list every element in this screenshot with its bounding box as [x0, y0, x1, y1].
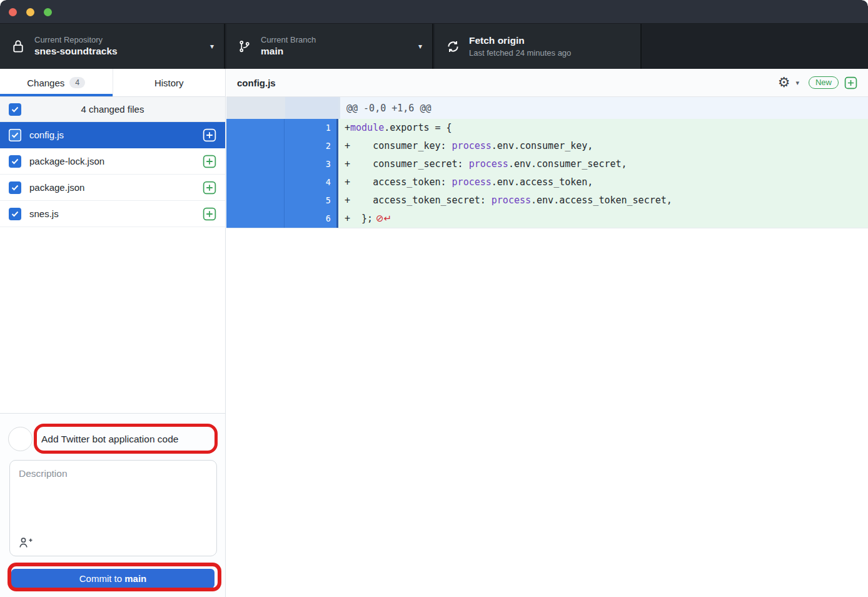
diff-line-1[interactable]: 1+module.exports = {	[226, 119, 868, 137]
added-status-icon	[203, 155, 216, 168]
new-line-number: 5	[285, 191, 336, 210]
hunk-gutter-old	[226, 97, 285, 119]
sync-icon	[446, 39, 460, 54]
current-repository-dropdown[interactable]: Current Repository snes-soundtracks ▾	[0, 24, 225, 69]
zoom-button[interactable]	[44, 8, 52, 16]
close-button[interactable]	[9, 8, 17, 16]
add-coauthor-icon[interactable]	[18, 536, 33, 549]
branch-name: main	[261, 45, 316, 58]
new-line-number: 6	[285, 210, 336, 228]
current-branch-dropdown[interactable]: Current Branch main ▾	[226, 24, 433, 69]
diff-pane: config.js ⚙ ▾ New @@ -0,0 +1,6 @@ 1+mod	[226, 69, 868, 597]
diff-body: @@ -0,0 +1,6 @@ 1+module.exports = {2+ c…	[226, 97, 868, 228]
file-row-package.json[interactable]: package.json	[0, 175, 225, 201]
new-line-number: 1	[285, 119, 336, 137]
commit-summary-input[interactable]	[41, 429, 211, 449]
diff-line-code: +module.exports = {	[338, 119, 868, 137]
file-checkbox[interactable]	[9, 129, 21, 141]
chevron-down-icon: ▾	[210, 42, 214, 51]
titlebar	[0, 0, 868, 24]
diff-line-4[interactable]: 4+ access_token: process.env.access_toke…	[226, 173, 868, 191]
select-all-checkbox[interactable]	[9, 103, 21, 116]
avatar	[8, 427, 33, 451]
tab-changes[interactable]: Changes 4	[0, 69, 113, 96]
diff-line-code: + access_token: process.env.access_token…	[338, 173, 868, 191]
file-name: config.js	[29, 130, 64, 140]
hunk-header-row: @@ -0,0 +1,6 @@	[226, 97, 868, 119]
tab-changes-label: Changes	[27, 78, 64, 88]
changed-file-list: config.jspackage-lock.jsonpackage.jsonsn…	[0, 122, 225, 227]
diff-header: config.js ⚙ ▾ New	[226, 69, 868, 97]
diff-line-gutter[interactable]: 2	[226, 137, 338, 155]
diff-file-name: config.js	[237, 78, 276, 88]
old-line-number	[226, 119, 285, 137]
diff-line-code: + access_token_secret: process.env.acces…	[338, 191, 868, 210]
added-status-icon	[203, 181, 216, 195]
git-branch-icon	[238, 39, 251, 54]
gear-icon[interactable]: ⚙	[778, 76, 790, 89]
file-checkbox[interactable]	[9, 208, 21, 220]
fetch-origin-button[interactable]: Fetch origin Last fetched 24 minutes ago	[435, 24, 642, 69]
file-row-package-lock.json[interactable]: package-lock.json	[0, 148, 225, 175]
diff-line-code: + }; ⊘↵	[338, 210, 868, 228]
diff-lines: 1+module.exports = {2+ consumer_key: pro…	[226, 119, 868, 228]
old-line-number	[226, 210, 285, 228]
added-status-icon	[203, 207, 216, 221]
chevron-down-icon[interactable]: ▾	[795, 79, 799, 87]
file-name: package.json	[29, 182, 84, 193]
fetch-subtitle: Last fetched 24 minutes ago	[469, 48, 571, 59]
file-name: snes.js	[29, 208, 59, 219]
changed-files-header: 4 changed files	[0, 97, 225, 122]
diff-line-3[interactable]: 3+ consumer_secret: process.env.consumer…	[226, 155, 868, 173]
old-line-number	[226, 173, 285, 191]
diff-line-gutter[interactable]: 3	[226, 155, 338, 173]
changes-count-badge: 4	[69, 77, 85, 88]
sidebar-tabs: Changes 4 History	[0, 69, 225, 97]
file-name: package-lock.json	[29, 156, 104, 166]
added-status-icon	[844, 76, 857, 89]
diff-line-gutter[interactable]: 5	[226, 191, 338, 210]
diff-line-2[interactable]: 2+ consumer_key: process.env.consumer_ke…	[226, 137, 868, 155]
file-row-config.js[interactable]: config.js	[0, 122, 225, 148]
hunk-gutter-new	[285, 97, 338, 119]
diff-line-gutter[interactable]: 4	[226, 173, 338, 191]
hunk-header-text: @@ -0,0 +1,6 @@	[338, 97, 868, 119]
file-checkbox[interactable]	[9, 181, 21, 194]
active-tab-indicator	[0, 94, 113, 96]
diff-line-gutter[interactable]: 6	[226, 210, 338, 228]
commit-to-main-button[interactable]: Commit to main	[11, 569, 214, 588]
minimize-button[interactable]	[26, 8, 34, 16]
tab-history-label: History	[154, 78, 184, 88]
toolbar: Current Repository snes-soundtracks ▾ Cu…	[0, 24, 868, 69]
sidebar: Changes 4 History 4 changed files config…	[0, 69, 226, 597]
old-line-number	[226, 155, 285, 173]
diff-line-code: + consumer_secret: process.env.consumer_…	[338, 155, 868, 173]
repository-label: Current Repository	[34, 34, 118, 46]
new-line-number: 3	[285, 155, 336, 173]
file-checkbox[interactable]	[9, 155, 21, 168]
new-line-number: 2	[285, 137, 336, 155]
branch-label: Current Branch	[261, 34, 316, 46]
changed-files-count: 4 changed files	[0, 104, 225, 115]
github-desktop-window: Current Repository snes-soundtracks ▾ Cu…	[0, 0, 868, 597]
diff-line-5[interactable]: 5+ access_token_secret: process.env.acce…	[226, 191, 868, 210]
old-line-number	[226, 137, 285, 155]
new-file-badge: New	[809, 76, 839, 89]
tab-history[interactable]: History	[113, 69, 226, 96]
chevron-down-icon: ▾	[418, 42, 422, 51]
fetch-title: Fetch origin	[469, 34, 571, 48]
commit-form: Commit to main	[0, 413, 225, 597]
commit-description-input[interactable]	[10, 461, 216, 534]
repository-name: snes-soundtracks	[34, 45, 118, 58]
commit-description-box	[9, 460, 217, 556]
lock-icon	[11, 39, 25, 54]
added-status-icon	[203, 128, 216, 142]
commit-branch-name: main	[124, 573, 146, 584]
new-line-number: 4	[285, 173, 336, 191]
diff-line-gutter[interactable]: 1	[226, 119, 338, 137]
file-row-snes.js[interactable]: snes.js	[0, 201, 225, 227]
old-line-number	[226, 191, 285, 210]
diff-line-6[interactable]: 6+ }; ⊘↵	[226, 210, 868, 228]
diff-line-code: + consumer_key: process.env.consumer_key…	[338, 137, 868, 155]
